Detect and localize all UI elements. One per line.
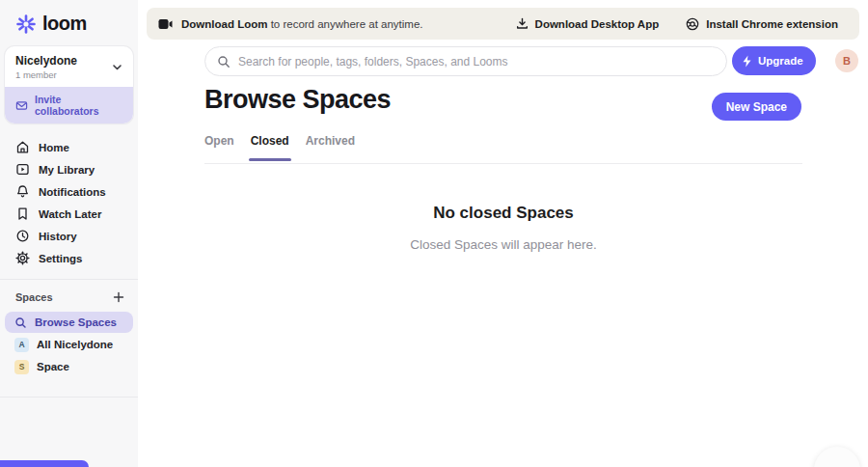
install-chrome-extension-link[interactable]: Install Chrome extension: [686, 17, 838, 31]
sidebar-item-home[interactable]: Home: [0, 136, 138, 158]
chevron-down-icon: [111, 61, 123, 73]
record-bubble-button[interactable]: [814, 447, 860, 467]
empty-state: No closed Spaces Closed Spaces will appe…: [204, 204, 802, 252]
tabs-divider: [204, 163, 802, 164]
lightning-bolt-icon: [742, 55, 752, 68]
space-avatar: S: [14, 360, 29, 374]
sidebar-item-label: Notifications: [39, 186, 106, 198]
workspace-name: Nicelydone: [15, 54, 111, 69]
spaces-header-label: Spaces: [15, 291, 53, 303]
space-item-label: Browse Spaces: [35, 316, 117, 328]
sidebar-item-label: History: [39, 231, 77, 242]
invite-collaborators-button[interactable]: Invite collaborators: [5, 87, 133, 124]
sidebar-item-browse-spaces[interactable]: Browse Spaces: [5, 312, 133, 333]
tab-open[interactable]: Open: [204, 134, 234, 161]
space-item-label: Space: [37, 361, 69, 372]
search-icon: [217, 55, 231, 69]
sidebar-item-label: Settings: [39, 253, 82, 264]
add-space-icon[interactable]: [113, 291, 124, 303]
loom-logo[interactable]: loom: [0, 0, 138, 44]
tab-archived[interactable]: Archived: [306, 134, 355, 161]
user-avatar[interactable]: B: [835, 49, 858, 72]
upgrade-label: Upgrade: [758, 55, 803, 67]
sidebar-item-history[interactable]: History: [0, 225, 138, 247]
bookmark-icon: [15, 206, 30, 221]
install-chrome-extension-label: Install Chrome extension: [706, 18, 838, 30]
upgrade-button[interactable]: Upgrade: [732, 46, 816, 75]
search-icon: [14, 316, 27, 329]
bottom-cut-button[interactable]: [0, 460, 89, 467]
sidebar-item-label: Watch Later: [39, 208, 101, 220]
space-avatar: A: [14, 338, 29, 352]
tabs: Open Closed Archived: [204, 134, 355, 161]
search-input[interactable]: [238, 55, 715, 69]
sidebar-item-watch-later[interactable]: Watch Later: [0, 203, 138, 225]
sidebar-item-label: Home: [39, 142, 69, 153]
library-icon: [15, 162, 30, 177]
empty-state-subtitle: Closed Spaces will appear here.: [204, 237, 802, 252]
banner-message: Download Loom to record anywhere at anyt…: [181, 18, 423, 30]
space-item-label: All Nicelydone: [37, 339, 113, 350]
workspace-members: 1 member: [15, 69, 111, 80]
tab-closed[interactable]: Closed: [251, 134, 289, 161]
workspace-switcher[interactable]: Nicelydone 1 member: [5, 46, 133, 87]
loom-logo-icon: [15, 14, 37, 35]
download-desktop-app-link[interactable]: Download Desktop App: [516, 17, 660, 30]
new-space-button[interactable]: New Space: [712, 93, 801, 121]
sidebar-divider: [0, 397, 138, 398]
sidebar-item-my-library[interactable]: My Library: [0, 158, 138, 180]
sidebar-item-label: My Library: [39, 164, 95, 176]
page-title: Browse Spaces: [204, 85, 391, 115]
main-area: Download Loom to record anywhere at anyt…: [138, 0, 868, 467]
banner-message-rest: to record anywhere at anytime.: [267, 18, 422, 30]
brand-name: loom: [42, 13, 87, 35]
envelope-icon: [15, 99, 28, 112]
empty-state-title: No closed Spaces: [204, 204, 802, 223]
sidebar-nav: Home My Library Notifications: [0, 136, 138, 269]
workspace-card: Nicelydone 1 member Invite collaborators: [5, 46, 133, 124]
download-icon: [516, 17, 529, 30]
global-search: [204, 46, 727, 76]
sidebar-item-notifications[interactable]: Notifications: [0, 180, 138, 203]
gear-icon: [15, 251, 30, 265]
bell-icon: [15, 184, 30, 199]
sidebar-item-all-nicelydone[interactable]: A All Nicelydone: [5, 334, 133, 355]
download-banner: Download Loom to record anywhere at anyt…: [147, 8, 859, 40]
sidebar-item-settings[interactable]: Settings: [0, 247, 138, 269]
chrome-icon: [686, 17, 699, 31]
sidebar-item-space[interactable]: S Space: [5, 356, 133, 377]
sidebar: loom Nicelydone 1 member Invite collabor…: [0, 0, 138, 467]
clock-icon: [15, 229, 30, 243]
video-camera-icon: [158, 18, 173, 30]
invite-collaborators-label: Invite collaborators: [35, 94, 122, 117]
banner-message-bold: Download Loom: [181, 18, 267, 30]
home-icon: [15, 140, 30, 154]
download-desktop-app-label: Download Desktop App: [535, 18, 660, 30]
